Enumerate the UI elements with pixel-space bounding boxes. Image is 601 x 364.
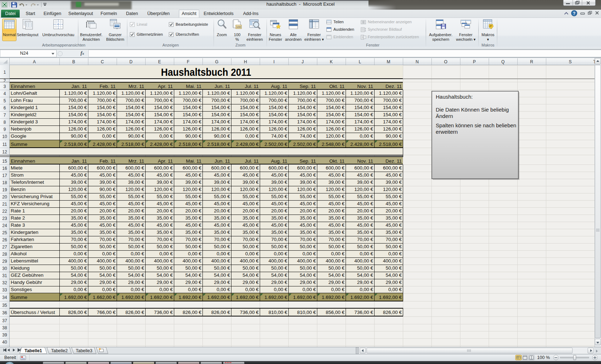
svg-text:Jan. 11: Jan. 11 — [72, 84, 87, 89]
svg-text:54,00 €: 54,00 € — [214, 272, 230, 278]
svg-text:55,00 €: 55,00 € — [357, 194, 373, 199]
svg-text:45,00 €: 45,00 € — [214, 222, 230, 228]
svg-text:20,00 €: 20,00 € — [357, 208, 373, 213]
svg-text:45,00 €: 45,00 € — [328, 172, 345, 178]
svg-text:700,00 €: 700,00 € — [68, 98, 87, 103]
svg-text:154,00 €: 154,00 € — [354, 112, 373, 117]
svg-text:1.692,00 €: 1.692,00 € — [236, 295, 259, 300]
svg-text:154,00 €: 154,00 € — [297, 105, 316, 110]
svg-text:35,00 €: 35,00 € — [185, 215, 202, 221]
svg-text:Summe: Summe — [11, 142, 28, 147]
svg-text:39,00 €: 39,00 € — [386, 179, 402, 185]
svg-text:50,00 €: 50,00 € — [128, 265, 145, 271]
svg-text:50,00 €: 50,00 € — [271, 265, 288, 271]
svg-text:F: F — [187, 59, 189, 64]
svg-text:39,00 €: 39,00 € — [214, 179, 230, 185]
svg-text:10: 10 — [2, 134, 7, 139]
svg-text:0,00 €: 0,00 € — [302, 287, 316, 292]
svg-text:Apr. 11: Apr. 11 — [158, 158, 173, 164]
svg-text:400,00 €: 400,00 € — [240, 258, 259, 264]
svg-text:90,00 €: 90,00 € — [71, 133, 87, 139]
svg-text:154,00 €: 154,00 € — [182, 112, 201, 117]
svg-text:26: 26 — [2, 237, 7, 242]
svg-text:400,00 €: 400,00 € — [297, 258, 316, 264]
svg-text:36: 36 — [2, 310, 7, 315]
svg-text:70,00 €: 70,00 € — [128, 237, 145, 242]
svg-text:45,00 €: 45,00 € — [357, 222, 373, 228]
svg-text:50,00 €: 50,00 € — [357, 244, 373, 249]
svg-text:50,00 €: 50,00 € — [328, 265, 345, 271]
svg-text:1.120,00 €: 1.120,00 € — [379, 90, 402, 96]
svg-text:39,00 €: 39,00 € — [328, 179, 345, 185]
svg-text:1.120,00 €: 1.120,00 € — [207, 90, 230, 96]
svg-text:R: R — [530, 59, 533, 64]
svg-text:600,00 €: 600,00 € — [154, 165, 173, 171]
svg-text:39,00 €: 39,00 € — [243, 179, 259, 185]
svg-text:29,00 €: 29,00 € — [128, 280, 145, 285]
svg-text:55,00 €: 55,00 € — [128, 194, 145, 199]
svg-text:400,00 €: 400,00 € — [154, 258, 173, 264]
svg-text:55,00 €: 55,00 € — [99, 194, 116, 199]
svg-text:Jan. 11: Jan. 11 — [72, 158, 87, 164]
svg-text:154,00 €: 154,00 € — [154, 105, 173, 110]
svg-text:400,00 €: 400,00 € — [268, 258, 287, 264]
svg-text:35,00 €: 35,00 € — [300, 215, 316, 221]
svg-text:154,00 €: 154,00 € — [154, 112, 173, 117]
svg-text:35,00 €: 35,00 € — [243, 215, 259, 221]
svg-text:50,00 €: 50,00 € — [357, 265, 373, 271]
svg-text:24: 24 — [2, 223, 7, 228]
svg-text:1.692,00 €: 1.692,00 € — [350, 295, 373, 300]
svg-text:0,00 €: 0,00 € — [131, 287, 144, 292]
svg-text:154,00 €: 154,00 € — [125, 105, 144, 110]
svg-text:45,00 €: 45,00 € — [271, 201, 288, 206]
svg-text:736,00 €: 736,00 € — [154, 310, 173, 315]
svg-text:45,00 €: 45,00 € — [357, 201, 373, 206]
svg-text:0,00 €: 0,00 € — [245, 287, 259, 292]
svg-text:70,00 €: 70,00 € — [357, 237, 373, 242]
svg-text:154,00 €: 154,00 € — [68, 112, 87, 117]
svg-text:1.120,00 €: 1.120,00 € — [150, 90, 173, 96]
svg-text:856,00 €: 856,00 € — [326, 310, 345, 315]
svg-text:0,00 €: 0,00 € — [302, 251, 316, 256]
svg-text:1.120,00 €: 1.120,00 € — [322, 90, 345, 96]
svg-text:50,00 €: 50,00 € — [328, 244, 345, 249]
svg-text:1.692,00 €: 1.692,00 € — [207, 295, 230, 300]
svg-text:55,00 €: 55,00 € — [386, 194, 402, 199]
svg-text:126,00 €: 126,00 € — [154, 126, 173, 132]
svg-text:37: 37 — [2, 318, 7, 323]
svg-text:70,00 €: 70,00 € — [271, 237, 288, 242]
svg-text:600,00 €: 600,00 € — [354, 165, 373, 171]
svg-text:0,00 €: 0,00 € — [360, 133, 373, 139]
svg-text:90,00 €: 90,00 € — [99, 187, 116, 192]
svg-text:120,00 €: 120,00 € — [326, 187, 345, 192]
svg-text:154,00 €: 154,00 € — [211, 105, 230, 110]
svg-text:54,00 €: 54,00 € — [128, 272, 145, 278]
svg-text:39,00 €: 39,00 € — [99, 179, 116, 185]
svg-text:Jul. 11: Jul. 11 — [245, 84, 259, 89]
svg-text:54,00 €: 54,00 € — [300, 272, 316, 278]
svg-text:40: 40 — [2, 340, 7, 345]
svg-text:Sep. 11: Sep. 11 — [299, 158, 316, 164]
svg-text:700,00 €: 700,00 € — [383, 98, 402, 103]
svg-text:120,00 €: 120,00 € — [326, 133, 345, 139]
svg-text:400,00 €: 400,00 € — [211, 258, 230, 264]
svg-text:35,00 €: 35,00 € — [386, 215, 402, 221]
svg-text:Jun. 11: Jun. 11 — [215, 158, 230, 164]
svg-text:45,00 €: 45,00 € — [128, 222, 145, 228]
svg-text:31: 31 — [2, 273, 7, 278]
svg-text:29,00 €: 29,00 € — [386, 280, 402, 285]
svg-text:Apr. 11: Apr. 11 — [158, 84, 173, 89]
svg-text:45,00 €: 45,00 € — [214, 201, 230, 206]
svg-text:1.120,00 €: 1.120,00 € — [236, 90, 259, 96]
svg-text:Versicherung Privat: Versicherung Privat — [11, 194, 53, 199]
svg-text:28: 28 — [2, 252, 7, 257]
svg-text:Okt. 11: Okt. 11 — [329, 158, 345, 164]
svg-text:0,00 €: 0,00 € — [388, 251, 402, 256]
svg-text:50,00 €: 50,00 € — [185, 265, 202, 271]
svg-text:2: 2 — [4, 78, 6, 83]
svg-text:29,00 €: 29,00 € — [243, 280, 259, 285]
svg-text:Rate 1: Rate 1 — [11, 208, 25, 213]
svg-text:154,00 €: 154,00 € — [326, 105, 345, 110]
svg-text:Haushaltsbuch:: Haushaltsbuch: — [436, 94, 473, 100]
svg-text:39: 39 — [2, 333, 7, 338]
